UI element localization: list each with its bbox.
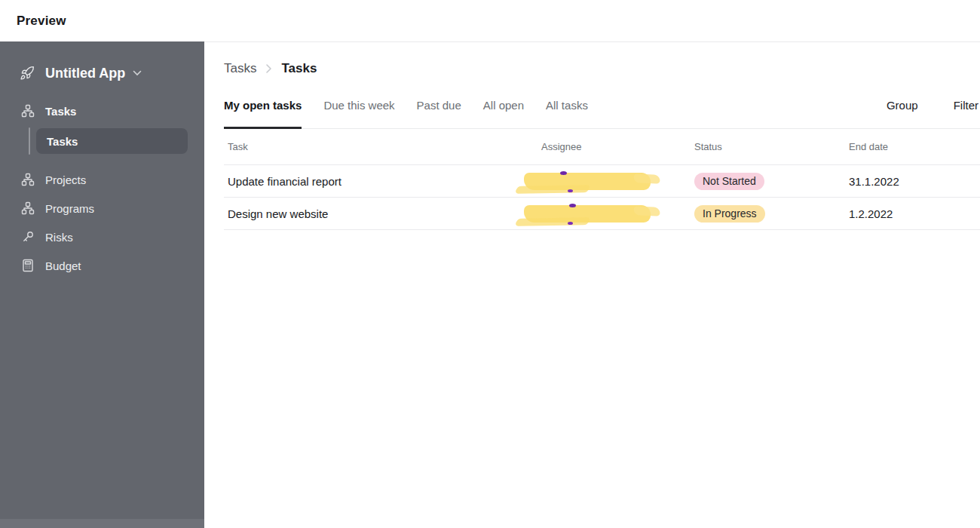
sidebar-item-label: Risks	[45, 231, 73, 244]
redaction-highlight	[524, 205, 651, 223]
column-header-assignee: Assignee	[541, 141, 694, 152]
calculator-icon	[21, 259, 35, 272]
sidebar-subtree-tasks: Tasks	[0, 127, 204, 155]
task-cell: Design new website	[224, 207, 541, 220]
tab-all-open[interactable]: All open	[483, 81, 524, 128]
sidebar-scrollbar[interactable]	[0, 519, 204, 528]
sidebar-item-risks[interactable]: Risks	[0, 223, 204, 251]
tab-due-this-week[interactable]: Due this week	[323, 81, 394, 128]
status-cell: Not Started	[694, 173, 849, 190]
main-content: Tasks Tasks My open tasks Due this week …	[204, 41, 980, 528]
tab-past-due[interactable]: Past due	[417, 81, 461, 128]
sidebar-item-label: Budget	[45, 259, 81, 272]
tab-all-tasks[interactable]: All tasks	[546, 81, 588, 128]
table-row[interactable]: Design new website In Progress 1.2.2022	[224, 198, 980, 230]
filter-button[interactable]: Filter	[954, 99, 978, 112]
chevron-right-icon	[265, 63, 272, 74]
app-name: Untitled App	[45, 66, 125, 81]
column-header-end-date: End date	[849, 141, 980, 152]
sitemap-icon	[21, 201, 35, 215]
key-icon	[21, 230, 35, 244]
status-cell: In Progress	[694, 205, 849, 223]
column-header-status: Status	[694, 141, 849, 152]
breadcrumb-item-current: Tasks	[281, 61, 317, 76]
avatar	[569, 204, 576, 207]
sidebar-item-budget[interactable]: Budget	[0, 251, 204, 280]
sidebar-item-programs[interactable]: Programs	[0, 194, 204, 223]
table-header-row: Task Assignee Status End date	[224, 129, 980, 165]
redaction-highlight	[524, 173, 651, 190]
tab-my-open-tasks[interactable]: My open tasks	[224, 81, 302, 128]
page-title: Preview	[17, 14, 66, 29]
avatar	[568, 222, 573, 225]
tabs-bar: My open tasks Due this week Past due All…	[224, 81, 980, 129]
rocket-icon	[20, 66, 35, 81]
sidebar-item-projects[interactable]: Projects	[0, 165, 204, 194]
app-switcher[interactable]: Untitled App	[0, 58, 204, 88]
tasks-table: Task Assignee Status End date Update fin…	[224, 129, 980, 230]
chevron-down-icon	[133, 70, 142, 76]
sidebar-item-label: Projects	[45, 173, 86, 186]
sitemap-icon	[21, 173, 35, 186]
subtree-indent-line	[29, 127, 30, 155]
assignee-cell	[541, 205, 694, 223]
avatar	[560, 171, 567, 175]
sidebar-subitem-label: Tasks	[47, 135, 78, 148]
sidebar: Untitled App Tasks Tasks	[0, 41, 204, 528]
group-button[interactable]: Group	[887, 99, 918, 112]
end-date-cell: 1.2.2022	[849, 207, 980, 220]
table-row[interactable]: Update financial report Not Started 31.1…	[224, 165, 980, 198]
sidebar-nav: Tasks Tasks Projects	[0, 97, 204, 280]
column-header-task: Task	[224, 141, 541, 152]
status-badge: In Progress	[694, 205, 765, 223]
top-bar: Preview	[0, 0, 980, 41]
end-date-cell: 31.1.2022	[849, 175, 980, 188]
breadcrumb: Tasks Tasks	[224, 56, 980, 81]
status-badge: Not Started	[694, 173, 764, 190]
sidebar-item-label: Programs	[45, 202, 94, 215]
sitemap-icon	[21, 104, 35, 118]
sidebar-item-tasks[interactable]: Tasks	[0, 97, 204, 125]
assignee-cell	[541, 173, 694, 190]
sidebar-item-label: Tasks	[45, 105, 76, 118]
breadcrumb-item-tasks[interactable]: Tasks	[224, 61, 256, 76]
sidebar-subitem-tasks[interactable]: Tasks	[36, 128, 188, 154]
avatar	[568, 189, 573, 192]
task-cell: Update financial report	[224, 175, 541, 188]
